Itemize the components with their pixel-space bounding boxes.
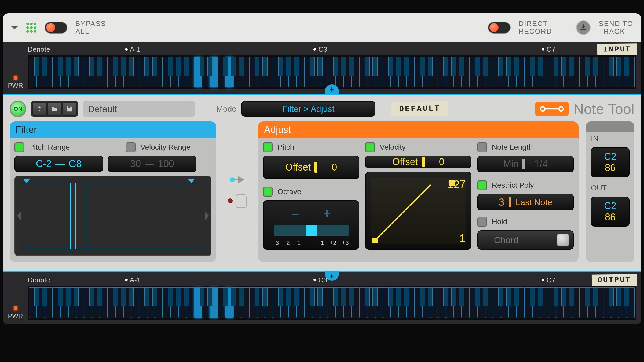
apps-grid-icon[interactable] <box>26 23 36 33</box>
main-panel: ON Default Mode Filter > Adjust DEFAULT … <box>3 95 641 271</box>
hand-stop-icon <box>236 194 247 208</box>
send-to-track-label: SEND TO TRACK <box>599 20 633 35</box>
octave-label: Octave <box>277 187 301 196</box>
pitch-range-checkbox[interactable] <box>14 142 24 152</box>
power-label: PWR <box>8 82 23 89</box>
adjust-panel: Adjust Pitch Offset 0 <box>258 121 579 262</box>
velocity-label: Velocity <box>380 143 406 152</box>
marker-a-1: A-1 <box>130 45 141 54</box>
tool-title: Note Tool <box>573 101 634 117</box>
io-monitor-panel: IN C2 86 OUT C2 86 <box>586 121 634 262</box>
velocity-range-value[interactable]: 30 — 100 <box>108 156 196 172</box>
hold-label: Hold <box>492 217 507 226</box>
arrow-right-icon <box>238 176 244 183</box>
folder-icon[interactable] <box>47 102 62 116</box>
plus-icon[interactable]: + <box>323 206 331 221</box>
output-keyboard[interactable] <box>28 286 636 320</box>
header-bar: BYPASS ALL DIRECT RECORD SEND TO TRACK <box>3 13 641 42</box>
power-led-icon <box>14 306 17 310</box>
adjust-panel-title: Adjust <box>258 121 579 138</box>
svg-point-2 <box>559 107 563 111</box>
power-led-icon <box>14 76 17 80</box>
pitch-range-label: Pitch Range <box>29 143 70 152</box>
send-to-track-button[interactable] <box>576 20 591 35</box>
octave-scale-labels: -3 -2 -1 +1 +2 +3 <box>274 239 349 246</box>
velocity-curve-editor[interactable]: 127 1 <box>365 172 471 250</box>
svg-line-3 <box>377 185 431 238</box>
svg-point-0 <box>541 107 545 111</box>
direct-record-toggle[interactable] <box>488 22 511 34</box>
pitch-checkbox[interactable] <box>263 142 273 152</box>
flow-block-icon <box>228 198 233 203</box>
output-keyboard-strip: PWR + Denote A-1 C3 C7 OUTPUT <box>3 272 641 324</box>
filter-visualizer[interactable] <box>14 176 211 256</box>
marker-a-1: A-1 <box>130 276 141 284</box>
bypass-all-label: BYPASS ALL <box>75 20 106 35</box>
updown-icon[interactable] <box>32 102 47 116</box>
out-value-display: C2 86 <box>591 197 630 227</box>
mode-label: Mode <box>216 104 236 113</box>
pitch-label: Pitch <box>277 143 294 152</box>
pitch-offset-slider[interactable]: Offset 0 <box>263 156 359 179</box>
octave-checkbox[interactable] <box>263 187 273 197</box>
marker-c3: C3 <box>318 45 327 54</box>
power-on-button[interactable]: ON <box>10 101 26 117</box>
note-length-label: Note Length <box>492 143 533 152</box>
velocity-range-label: Velocity Range <box>140 143 191 152</box>
velocity-max-value: 127 <box>448 178 466 190</box>
bypass-all-toggle[interactable] <box>45 22 67 34</box>
velocity-checkbox[interactable] <box>365 142 375 152</box>
hold-checkbox[interactable] <box>477 217 487 227</box>
filter-panel: Filter Pitch Range Velocity Range C-2 — <box>10 121 216 262</box>
minus-icon[interactable]: – <box>291 206 299 221</box>
velocity-offset-slider[interactable]: Offset 0 <box>365 156 471 168</box>
filter-panel-title: Filter <box>10 121 216 138</box>
chevron-down-icon[interactable] <box>11 26 18 29</box>
power-label: PWR <box>8 312 23 320</box>
restrict-poly-label: Restrict Poly <box>492 181 534 190</box>
mode-selector[interactable]: Filter > Adjust <box>241 101 375 117</box>
input-tag: INPUT <box>597 43 637 55</box>
note-tool-window: BYPASS ALL DIRECT RECORD SEND TO TRACK P… <box>3 13 641 324</box>
chord-pad-icon <box>557 234 569 246</box>
in-value-display: C2 86 <box>591 147 630 177</box>
note-length-min-slider[interactable]: Min 1/4 <box>477 156 574 172</box>
restrict-poly-value[interactable]: 3 Last Note <box>477 194 574 210</box>
wrench-icon <box>535 102 569 116</box>
default-tag: DEFAULT <box>391 101 449 117</box>
octave-selector[interactable]: – + -3 -2 <box>263 200 359 250</box>
velocity-range-checkbox[interactable] <box>126 142 136 152</box>
pitch-range-value[interactable]: C-2 — G8 <box>14 156 103 172</box>
in-label: IN <box>591 134 630 143</box>
input-strip-title: Denote <box>28 45 50 54</box>
output-strip-title: Denote <box>28 276 50 284</box>
out-label: OUT <box>591 184 630 192</box>
marker-c7: C7 <box>547 45 555 54</box>
note-length-checkbox[interactable] <box>477 142 487 152</box>
marker-c7: C7 <box>547 276 555 284</box>
preset-name-field[interactable]: Default <box>83 101 195 117</box>
chord-button[interactable]: Chord <box>477 230 574 250</box>
output-tag: OUTPUT <box>592 274 637 286</box>
direct-record-label: DIRECT RECORD <box>519 20 552 35</box>
velocity-min-value: 1 <box>459 232 465 244</box>
signal-flow-connector <box>224 121 251 262</box>
preset-button-cluster <box>31 101 78 117</box>
restrict-poly-checkbox[interactable] <box>477 180 487 190</box>
save-icon[interactable] <box>62 102 77 116</box>
input-keyboard-strip: PWR Denote A-1 C3 C7 INPUT + <box>3 42 641 94</box>
